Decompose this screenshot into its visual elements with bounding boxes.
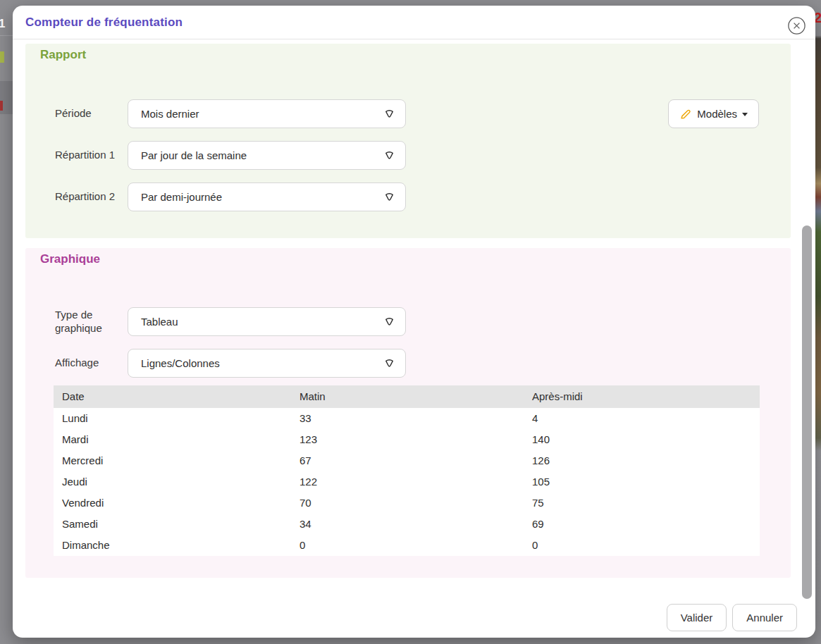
table-header-cell: Matin — [291, 385, 524, 408]
background-red-fragment — [0, 101, 3, 111]
type-graphique-value: Tableau — [141, 316, 178, 328]
table-row: Samedi3469 — [54, 514, 760, 535]
table-header-row: DateMatinAprès-midi — [54, 385, 760, 408]
cancel-button[interactable]: Annuler — [732, 604, 797, 631]
chevron-down-icon — [383, 357, 395, 369]
repartition2-label: Répartition 2 — [55, 190, 128, 204]
table-row: Lundi334 — [54, 408, 760, 429]
dialog-title: Compteur de fréquentation — [25, 16, 183, 30]
table-cell: 69 — [524, 514, 760, 535]
table-cell: Jeudi — [54, 471, 291, 493]
close-button[interactable] — [787, 16, 806, 35]
field-row-affichage: Affichage Lignes/Colonnes — [55, 349, 406, 378]
table-cell: 75 — [524, 493, 760, 514]
dialog-body: Rapport Période Mois dernier Répartition… — [13, 39, 815, 637]
background-photo-fragment — [815, 0, 821, 644]
table-cell: 70 — [291, 493, 524, 514]
models-button-label: Modèles — [697, 108, 737, 120]
field-row-type-graphique: Type de graphique Tableau — [55, 307, 406, 336]
affichage-value: Lignes/Colonnes — [141, 357, 220, 369]
repartition2-value: Par demi-journée — [141, 191, 222, 203]
table-cell: 0 — [524, 535, 760, 556]
section-rapport: Rapport Période Mois dernier Répartition… — [25, 44, 791, 238]
table-cell: 140 — [524, 429, 760, 450]
frequentation-dialog: Compteur de fréquentation Rapport Périod… — [13, 6, 815, 638]
table-cell: Mercredi — [54, 450, 291, 471]
periode-value: Mois dernier — [141, 108, 199, 120]
report-table: DateMatinAprès-midiLundi334Mardi123140Me… — [54, 385, 760, 556]
graphique-heading: Graphique — [40, 252, 100, 266]
table-row: Mardi123140 — [54, 429, 760, 450]
table-cell: 0 — [291, 535, 524, 556]
chevron-down-icon — [383, 316, 395, 328]
rapport-heading: Rapport — [40, 48, 86, 62]
scrollbar-thumb[interactable] — [802, 225, 812, 599]
affichage-label: Affichage — [55, 357, 128, 370]
chevron-down-icon — [383, 149, 395, 161]
affichage-select[interactable]: Lignes/Colonnes — [128, 349, 406, 378]
pencil-icon — [679, 108, 692, 120]
table-cell: Vendredi — [54, 493, 291, 514]
repartition2-select[interactable]: Par demi-journée — [128, 182, 406, 211]
type-graphique-select[interactable]: Tableau — [128, 307, 406, 336]
table-row: Jeudi122105 — [54, 471, 760, 493]
repartition1-select[interactable]: Par jour de la semaine — [128, 141, 406, 170]
table-cell: Lundi — [54, 408, 291, 429]
table-cell: Mardi — [54, 429, 291, 450]
type-graphique-label: Type de graphique — [55, 309, 128, 335]
table-cell: 34 — [291, 514, 524, 535]
table-cell: Dimanche — [54, 535, 291, 556]
dialog-header: Compteur de fréquentation — [13, 6, 815, 39]
caret-down-icon — [742, 113, 748, 116]
table-cell: 126 — [524, 450, 760, 471]
table-row: Vendredi7075 — [54, 493, 760, 514]
field-row-repartition1: Répartition 1 Par jour de la semaine — [55, 141, 406, 170]
close-icon — [787, 27, 806, 37]
chevron-down-icon — [383, 108, 395, 120]
periode-label: Période — [55, 107, 128, 120]
section-graphique: Graphique Type de graphique Tableau Affi… — [25, 248, 791, 578]
validate-button[interactable]: Valider — [667, 604, 727, 631]
background-page-fragment: 1 — [0, 17, 5, 31]
table-cell: 122 — [291, 471, 524, 493]
table-header-cell: Après-midi — [524, 385, 760, 408]
table-row: Dimanche00 — [54, 535, 760, 556]
repartition1-value: Par jour de la semaine — [141, 149, 247, 161]
background-divider-fragment — [0, 35, 13, 36]
chevron-down-icon — [383, 191, 395, 203]
field-row-periode: Période Mois dernier — [55, 99, 406, 128]
table-cell: 67 — [291, 450, 524, 471]
models-button[interactable]: Modèles — [668, 99, 759, 128]
repartition1-label: Répartition 1 — [55, 149, 128, 162]
table-cell: 105 — [524, 471, 760, 493]
table-header-cell: Date — [54, 385, 291, 408]
table-row: Mercredi67126 — [54, 450, 760, 471]
background-green-fragment — [0, 51, 4, 63]
dialog-footer: Valider Annuler — [667, 604, 797, 631]
table-cell: Samedi — [54, 514, 291, 535]
table-cell: 4 — [524, 408, 760, 429]
field-row-repartition2: Répartition 2 Par demi-journée — [55, 182, 406, 211]
table-cell: 123 — [291, 429, 524, 450]
table-cell: 33 — [291, 408, 524, 429]
periode-select[interactable]: Mois dernier — [128, 99, 406, 128]
